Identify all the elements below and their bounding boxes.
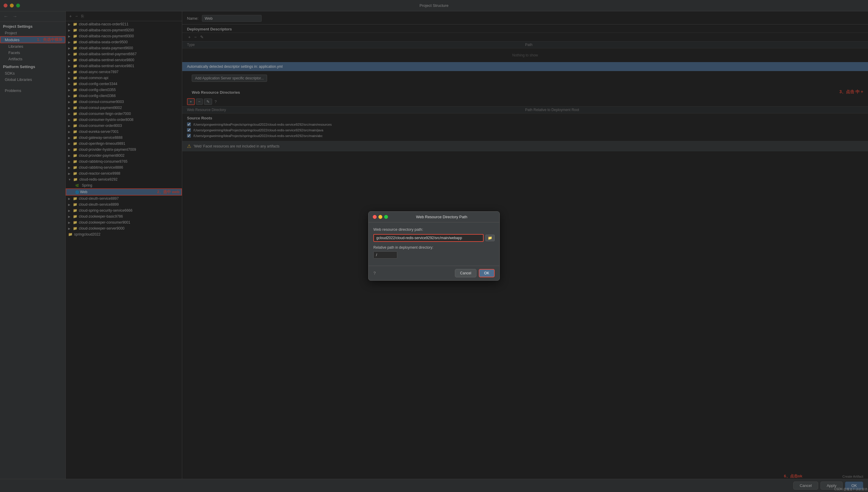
dialog-help-icon[interactable]: ? (373, 271, 376, 275)
dialog-max-button[interactable] (384, 215, 388, 219)
dialog-path-label: Web resource directory path: (373, 227, 495, 232)
dialog-browse-button[interactable]: 📁 (485, 235, 495, 241)
dialog-min-button[interactable] (379, 215, 382, 219)
dialog-relative-label: Relative path in deployment directory: (373, 245, 495, 250)
dialog-titlebar-buttons (373, 215, 388, 219)
dialog-input-row: 📁 4、找到 webapp 绝对路径 (373, 234, 495, 242)
csdn-watermark: CSDN @魔道不误砍柴功 (834, 487, 867, 491)
dialog-relative-input[interactable] (373, 251, 397, 259)
dialog-ok-button[interactable]: OK 5、点击 ok (479, 269, 495, 277)
dialog-body: Web resource directory path: 📁 4、找到 weba… (368, 222, 500, 266)
dialog-titlebar: Web Resource Directory Path (368, 212, 500, 222)
dialog-path-input[interactable] (373, 234, 484, 242)
dialog-close-button[interactable] (373, 215, 377, 219)
dialog-title: Web Resource Directory Path (388, 215, 495, 219)
dialog-footer: ? Cancel OK 5、点击 ok (368, 266, 500, 280)
dialog-footer-buttons: Cancel OK 5、点击 ok (455, 269, 495, 277)
dialog-cancel-button[interactable]: Cancel (455, 269, 476, 277)
dialog: Web Resource Directory Path Web resource… (368, 212, 500, 280)
dialog-overlay: Web Resource Directory Path Web resource… (0, 0, 868, 492)
